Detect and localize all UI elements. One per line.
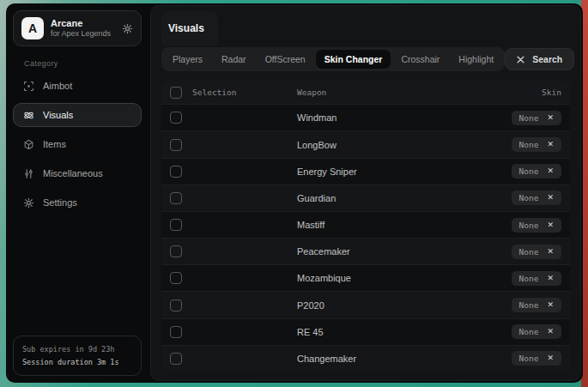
skin-value: None [519, 193, 539, 203]
page-title: Visuals [168, 22, 204, 34]
skin-value: None [519, 221, 539, 230]
table-row[interactable]: LongBow None ✕ [161, 130, 570, 157]
weapon-name: Mozambique [297, 273, 479, 283]
skin-value: None [519, 300, 539, 310]
weapon-name: RE 45 [297, 327, 479, 337]
sliders-icon [23, 168, 34, 179]
weapon-name: Guardian [297, 193, 479, 203]
tab-skin-changer[interactable]: Skin Changer [316, 50, 391, 69]
skin-chip[interactable]: None ✕ [512, 111, 561, 125]
row-checkbox[interactable] [170, 299, 182, 311]
close-icon[interactable]: ✕ [547, 141, 554, 148]
skin-value: None [519, 140, 539, 149]
tab-players[interactable]: Players [164, 50, 211, 69]
weapon-name: Mastiff [297, 220, 479, 230]
sidebar-item-miscellaneous[interactable]: Miscellaneous [13, 161, 142, 185]
sidebar-item-label: Miscellaneous [43, 168, 103, 178]
skin-value: None [519, 113, 539, 123]
weapon-name: LongBow [297, 140, 479, 150]
select-all-checkbox[interactable] [170, 87, 182, 99]
skin-value: None [519, 247, 539, 257]
tab-highlight[interactable]: Highlight [450, 50, 502, 69]
table-row[interactable]: Guardian None ✕ [161, 184, 570, 211]
subscription-info-card: Sub expires in 9d 23h Session duration 3… [13, 336, 142, 376]
column-header-weapon: Weapon [297, 88, 479, 97]
close-icon[interactable]: ✕ [547, 301, 554, 309]
table-row[interactable]: Mozambique None ✕ [161, 264, 570, 291]
crosshair-icon [23, 81, 34, 92]
row-checkbox[interactable] [170, 166, 182, 178]
table-row[interactable]: RE 45 None ✕ [161, 318, 570, 345]
table-row[interactable]: Energy Sniper None ✕ [161, 158, 570, 184]
close-icon[interactable]: ✕ [547, 248, 554, 256]
search-button[interactable]: Search [505, 48, 574, 70]
row-checkbox[interactable] [170, 272, 182, 284]
brand-card: A Arcane for Apex Legends [13, 10, 142, 46]
package-icon [23, 139, 34, 150]
app-logo: A [21, 17, 44, 39]
row-checkbox[interactable] [170, 245, 182, 257]
skin-value: None [519, 274, 539, 283]
sidebar-item-label: Items [43, 139, 66, 149]
skin-changer-table: Selection Weapon Skin Windman None ✕ Lon… [161, 81, 570, 372]
column-header-selection: Selection [192, 88, 236, 97]
sidebar-item-visuals[interactable]: Visuals [13, 103, 142, 127]
main-panel: Visuals Players Radar OffScreen Skin Cha… [150, 5, 581, 381]
skin-chip[interactable]: None ✕ [512, 245, 561, 259]
session-duration-text: Session duration 3m 1s [22, 356, 132, 368]
close-icon[interactable]: ✕ [547, 114, 554, 122]
row-checkbox[interactable] [170, 139, 182, 151]
table-row[interactable]: Mastiff None ✕ [161, 211, 570, 238]
close-icon[interactable]: ✕ [547, 275, 554, 282]
gear-icon[interactable] [122, 23, 133, 34]
sidebar-item-aimbot[interactable]: Aimbot [13, 74, 142, 98]
app-subtitle: for Apex Legends [51, 29, 111, 39]
skin-value: None [519, 166, 539, 176]
row-checkbox[interactable] [170, 219, 182, 231]
weapon-name: P2020 [297, 300, 479, 311]
sidebar-item-items[interactable]: Items [13, 132, 142, 156]
skin-chip[interactable]: None ✕ [512, 271, 561, 286]
sidebar-item-label: Settings [43, 197, 77, 208]
sidebar-nav: Aimbot Visuals [13, 71, 142, 217]
row-checkbox[interactable] [170, 112, 182, 124]
close-icon[interactable]: ✕ [547, 167, 554, 175]
app-window: A Arcane for Apex Legends Category [6, 3, 583, 383]
skin-chip[interactable]: None ✕ [512, 164, 561, 178]
page-title-tab: Visuals [161, 11, 218, 45]
row-checkbox[interactable] [170, 192, 182, 204]
brand-text: Arcane for Apex Legends [51, 18, 111, 39]
skin-chip[interactable]: None ✕ [512, 298, 561, 312]
skin-chip[interactable]: None ✕ [512, 218, 561, 233]
close-icon[interactable]: ✕ [547, 221, 554, 229]
skin-chip[interactable]: None ✕ [512, 324, 561, 339]
orbit-icon [23, 110, 34, 121]
skin-chip[interactable]: None ✕ [512, 137, 561, 152]
weapon-name: Changemaker [297, 354, 479, 364]
tab-offscreen[interactable]: OffScreen [257, 50, 314, 69]
tab-crosshair[interactable]: Crosshair [392, 50, 448, 69]
table-row[interactable]: P2020 None ✕ [161, 291, 570, 317]
sidebar-item-label: Aimbot [43, 81, 72, 91]
close-icon[interactable]: ✕ [547, 328, 554, 336]
row-checkbox[interactable] [170, 353, 182, 365]
row-checkbox[interactable] [170, 326, 182, 338]
tab-bar: Players Radar OffScreen Skin Changer Cro… [161, 47, 505, 71]
weapon-name: Energy Sniper [297, 166, 479, 177]
skin-chip[interactable]: None ✕ [512, 351, 561, 366]
close-icon[interactable]: ✕ [547, 194, 554, 202]
table-header-row: Selection Weapon Skin [161, 81, 570, 104]
close-icon[interactable]: ✕ [547, 354, 554, 362]
sidebar-item-label: Visuals [43, 110, 73, 120]
tab-radar[interactable]: Radar [213, 50, 255, 69]
sub-expires-text: Sub expires in 9d 23h [22, 343, 132, 355]
table-row[interactable]: Changemaker None ✕ [161, 345, 570, 372]
gear-icon [23, 197, 34, 209]
sidebar-item-settings[interactable]: Settings [13, 190, 142, 215]
controls-row: Players Radar OffScreen Skin Changer Cro… [161, 47, 570, 71]
table-row[interactable]: Peacemaker None ✕ [161, 238, 570, 264]
table-row[interactable]: Windman None ✕ [161, 104, 570, 130]
skin-chip[interactable]: None ✕ [512, 190, 561, 205]
weapon-name: Peacemaker [297, 246, 479, 257]
weapon-name: Windman [297, 112, 479, 123]
